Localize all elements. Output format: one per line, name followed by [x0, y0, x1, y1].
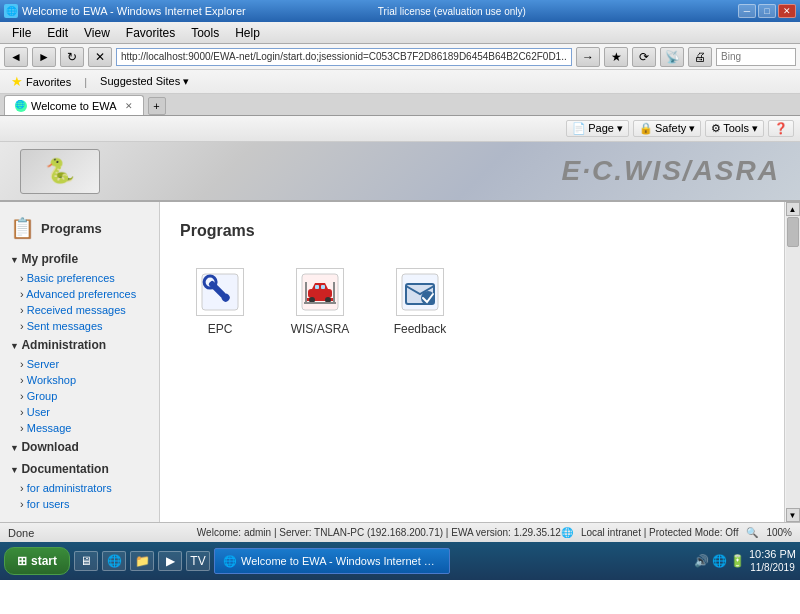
scroll-track: [786, 216, 800, 508]
sidebar-title: Programs: [41, 221, 102, 236]
help-button[interactable]: ❓: [768, 120, 794, 137]
svg-rect-7: [315, 285, 319, 289]
status-zone: Local intranet | Protected Mode: Off: [581, 527, 739, 538]
date: 11/8/2019: [750, 562, 795, 574]
suggested-sites-btn[interactable]: Suggested Sites ▾: [95, 73, 194, 90]
teamviewer-quick-launch[interactable]: TV: [186, 551, 210, 571]
programs-grid: EPC: [180, 260, 764, 344]
taskbar-window-label: Welcome to EWA - Windows Internet Explor…: [241, 555, 441, 567]
go-button[interactable]: →: [576, 47, 600, 67]
tools-menu-button[interactable]: ⚙ Tools ▾: [705, 120, 764, 137]
program-wis[interactable]: WIS/ASRA: [280, 260, 360, 344]
feedback-icon: [396, 268, 444, 316]
sidebar-header: 📋 Programs: [0, 212, 159, 248]
sidebar-item-user[interactable]: User: [0, 404, 159, 420]
tab-welcome-ewa[interactable]: 🌐 Welcome to EWA ✕: [4, 95, 144, 115]
sidebar-item-server[interactable]: Server: [0, 356, 159, 372]
tab-label: Welcome to EWA: [31, 100, 117, 112]
refresh-btn2[interactable]: ⟳: [632, 47, 656, 67]
svg-rect-12: [333, 282, 335, 304]
menu-bar: File Edit View Favorites Tools Help: [0, 22, 800, 44]
sidebar-item-workshop[interactable]: Workshop: [0, 372, 159, 388]
ie-quick-launch[interactable]: 🌐: [102, 551, 126, 571]
programs-title: Programs: [180, 222, 764, 240]
program-feedback[interactable]: Feedback: [380, 260, 460, 344]
page-icon: 📄: [572, 122, 586, 135]
favorites-button[interactable]: ★: [604, 47, 628, 67]
status-bar: Done Welcome: admin | Server: TNLAN-PC (…: [0, 522, 800, 542]
forward-button[interactable]: ►: [32, 47, 56, 67]
minimize-button[interactable]: ─: [738, 4, 756, 18]
sidebar-item-advanced-preferences[interactable]: Advanced preferences: [0, 286, 159, 302]
rss-button[interactable]: 📡: [660, 47, 684, 67]
sidebar-section-documentation[interactable]: Documentation: [0, 458, 159, 480]
tray-icon-2: 🌐: [712, 554, 727, 568]
safety-icon: 🔒: [639, 122, 653, 135]
sidebar: 📋 Programs My profile Basic preferences …: [0, 202, 160, 522]
new-tab-button[interactable]: +: [148, 97, 166, 115]
menu-view[interactable]: View: [76, 24, 118, 42]
folder-quick-launch[interactable]: 📁: [130, 551, 154, 571]
menu-tools[interactable]: Tools: [183, 24, 227, 42]
refresh-button[interactable]: ↻: [60, 47, 84, 67]
maximize-button[interactable]: □: [758, 4, 776, 18]
safety-menu-button[interactable]: 🔒 Safety ▾: [633, 120, 701, 137]
stop-button[interactable]: ✕: [88, 47, 112, 67]
program-epc[interactable]: EPC: [180, 260, 260, 344]
scroll-thumb[interactable]: [787, 217, 799, 247]
menu-favorites[interactable]: Favorites: [118, 24, 183, 42]
system-tray: 🔊 🌐 🔋 10:36 PM 11/8/2019: [694, 548, 796, 573]
sidebar-item-message[interactable]: Message: [0, 420, 159, 436]
shield-icon: 🌐: [561, 527, 573, 538]
clock: 10:36 PM: [749, 548, 796, 561]
window-controls: ─ □ ✕: [738, 4, 796, 18]
favorites-btn[interactable]: ★ Favorites: [6, 72, 76, 91]
status-right: 🌐 Local intranet | Protected Mode: Off 🔍…: [561, 527, 792, 538]
epc-icon: [196, 268, 244, 316]
ie-scrollbar: ▲ ▼: [784, 202, 800, 522]
sidebar-section-download[interactable]: Download: [0, 436, 159, 458]
sidebar-item-sent-messages[interactable]: Sent messages: [0, 318, 159, 334]
sidebar-item-received-messages[interactable]: Received messages: [0, 302, 159, 318]
taskbar-ie-icon: 🌐: [223, 555, 237, 568]
svg-rect-8: [321, 285, 325, 289]
tab-close-button[interactable]: ✕: [125, 101, 133, 111]
show-desktop-button[interactable]: 🖥: [74, 551, 98, 571]
close-button[interactable]: ✕: [778, 4, 796, 18]
start-label: start: [31, 554, 57, 568]
tray-icon-3: 🔋: [730, 554, 745, 568]
svg-rect-6: [308, 289, 332, 298]
sidebar-section-administration[interactable]: Administration: [0, 334, 159, 356]
wis-label: WIS/ASRA: [291, 322, 350, 336]
tray-time: 10:36 PM 11/8/2019: [749, 548, 796, 573]
address-input[interactable]: [116, 48, 572, 66]
content-wrapper: 📋 Programs My profile Basic preferences …: [0, 202, 800, 522]
svg-rect-13: [304, 302, 336, 304]
page-btn-label: Page ▾: [588, 122, 623, 135]
feedback-label: Feedback: [394, 322, 447, 336]
sidebar-item-group[interactable]: Group: [0, 388, 159, 404]
scroll-down-button[interactable]: ▼: [786, 508, 800, 522]
tab-ie-icon: 🌐: [15, 100, 27, 112]
start-button[interactable]: ⊞ start: [4, 547, 70, 575]
scroll-up-button[interactable]: ▲: [786, 202, 800, 216]
sidebar-item-for-administrators[interactable]: for administrators: [0, 480, 159, 496]
sidebar-section-my-profile[interactable]: My profile: [0, 248, 159, 270]
sidebar-item-for-users[interactable]: for users: [0, 496, 159, 512]
favorites-label: Favorites: [26, 76, 71, 88]
menu-file[interactable]: File: [4, 24, 39, 42]
window-title: Welcome to EWA - Windows Internet Explor…: [22, 5, 246, 17]
media-quick-launch[interactable]: ▶: [158, 551, 182, 571]
search-input[interactable]: [716, 48, 796, 66]
suggested-sites-label: Suggested Sites ▾: [100, 75, 189, 88]
programs-area: Programs EPC: [160, 202, 784, 522]
menu-edit[interactable]: Edit: [39, 24, 76, 42]
title-bar: 🌐 Welcome to EWA - Windows Internet Expl…: [0, 0, 800, 22]
tools-btn-label: Tools ▾: [723, 122, 758, 135]
print-button[interactable]: 🖨: [688, 47, 712, 67]
menu-help[interactable]: Help: [227, 24, 268, 42]
back-button[interactable]: ◄: [4, 47, 28, 67]
page-menu-button[interactable]: 📄 Page ▾: [566, 120, 629, 137]
sidebar-item-basic-preferences[interactable]: Basic preferences: [0, 270, 159, 286]
taskbar-ewa-window[interactable]: 🌐 Welcome to EWA - Windows Internet Expl…: [214, 548, 450, 574]
